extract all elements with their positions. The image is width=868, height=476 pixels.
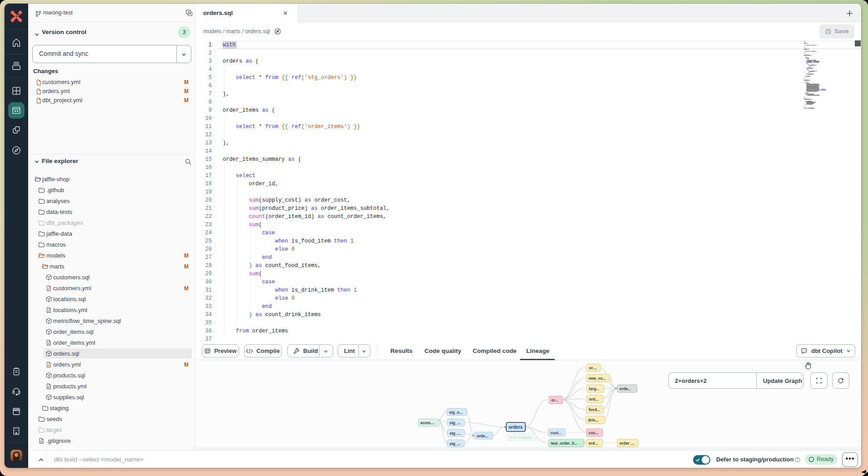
svg-text:new_cu...: new_cu...: [589, 376, 606, 381]
svg-text:test_order_it...: test_order_it...: [551, 441, 578, 446]
svg-text:orders: orders: [509, 425, 523, 430]
svg-text:larg...: larg...: [589, 387, 599, 391]
svg-text:test_supply...: test_supply...: [509, 435, 534, 440]
svg-text:or....: or....: [589, 366, 597, 370]
svg-text:drin...: drin...: [588, 418, 599, 422]
svg-text:ord...: ord...: [589, 441, 598, 446]
svg-text:ecom....: ecom....: [420, 421, 435, 425]
svg-text:orde...: orde...: [619, 387, 631, 391]
svg-text:ord...: ord...: [589, 397, 599, 402]
svg-text:stg_...: stg_...: [449, 421, 461, 425]
svg-text:or...: or...: [551, 398, 558, 402]
svg-text:cus...: cus...: [589, 431, 599, 435]
svg-text:orde...: orde...: [477, 434, 489, 438]
svg-text:stg_...: stg_...: [449, 441, 461, 446]
svg-text:stg_...: stg_...: [449, 431, 461, 436]
svg-text:stg_o...: stg_o...: [449, 410, 463, 415]
svg-text:cust...: cust...: [550, 431, 562, 435]
svg-text:food...: food...: [589, 407, 600, 412]
svg-text:order_...: order_...: [619, 441, 635, 446]
